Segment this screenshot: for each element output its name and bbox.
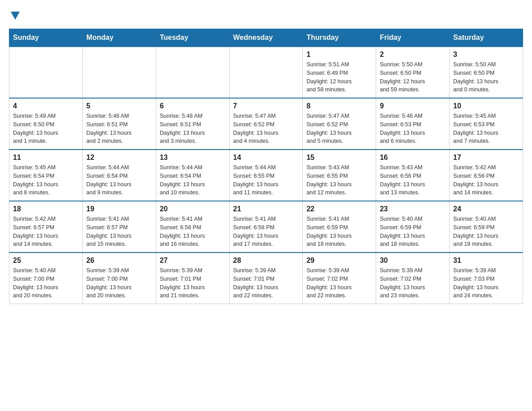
day-number: 4 bbox=[13, 102, 79, 110]
day-info: Sunrise: 5:50 AM Sunset: 6:50 PM Dayligh… bbox=[380, 60, 446, 94]
day-info: Sunrise: 5:42 AM Sunset: 6:56 PM Dayligh… bbox=[453, 163, 519, 197]
calendar-cell: 11Sunrise: 5:45 AM Sunset: 6:54 PM Dayli… bbox=[9, 150, 83, 201]
day-info: Sunrise: 5:40 AM Sunset: 7:00 PM Dayligh… bbox=[13, 266, 79, 300]
day-number: 1 bbox=[306, 51, 372, 59]
weekday-header-wednesday: Wednesday bbox=[229, 29, 303, 47]
day-number: 26 bbox=[86, 257, 152, 265]
day-number: 20 bbox=[160, 205, 226, 213]
day-info: Sunrise: 5:41 AM Sunset: 6:58 PM Dayligh… bbox=[160, 215, 226, 248]
day-number: 7 bbox=[233, 102, 299, 110]
calendar-cell: 8Sunrise: 5:47 AM Sunset: 6:52 PM Daylig… bbox=[303, 98, 376, 150]
calendar-cell: 15Sunrise: 5:43 AM Sunset: 6:55 PM Dayli… bbox=[303, 150, 376, 201]
day-info: Sunrise: 5:45 AM Sunset: 6:53 PM Dayligh… bbox=[453, 112, 519, 146]
day-number: 24 bbox=[453, 205, 519, 213]
calendar-cell: 28Sunrise: 5:39 AM Sunset: 7:01 PM Dayli… bbox=[229, 253, 303, 304]
day-number: 6 bbox=[160, 102, 226, 110]
calendar-cell: 12Sunrise: 5:44 AM Sunset: 6:54 PM Dayli… bbox=[82, 150, 156, 201]
weekday-header-sunday: Sunday bbox=[9, 29, 83, 47]
day-info: Sunrise: 5:49 AM Sunset: 6:50 PM Dayligh… bbox=[13, 112, 79, 146]
calendar-cell: 25Sunrise: 5:40 AM Sunset: 7:00 PM Dayli… bbox=[9, 253, 83, 304]
day-info: Sunrise: 5:42 AM Sunset: 6:57 PM Dayligh… bbox=[13, 215, 79, 248]
calendar-cell: 24Sunrise: 5:40 AM Sunset: 6:59 PM Dayli… bbox=[450, 201, 523, 253]
day-info: Sunrise: 5:47 AM Sunset: 6:52 PM Dayligh… bbox=[233, 112, 299, 146]
calendar-cell: 19Sunrise: 5:41 AM Sunset: 6:57 PM Dayli… bbox=[82, 201, 156, 253]
day-number: 8 bbox=[306, 102, 372, 110]
weekday-header-tuesday: Tuesday bbox=[156, 29, 229, 47]
calendar-cell: 5Sunrise: 5:48 AM Sunset: 6:51 PM Daylig… bbox=[82, 98, 156, 150]
week-row-5: 25Sunrise: 5:40 AM Sunset: 7:00 PM Dayli… bbox=[9, 253, 523, 304]
calendar-cell: 16Sunrise: 5:43 AM Sunset: 6:56 PM Dayli… bbox=[376, 150, 450, 201]
day-info: Sunrise: 5:45 AM Sunset: 6:54 PM Dayligh… bbox=[13, 163, 79, 197]
calendar-cell: 20Sunrise: 5:41 AM Sunset: 6:58 PM Dayli… bbox=[156, 201, 229, 253]
calendar-cell: 9Sunrise: 5:46 AM Sunset: 6:53 PM Daylig… bbox=[376, 98, 450, 150]
calendar-cell: 23Sunrise: 5:40 AM Sunset: 6:59 PM Dayli… bbox=[376, 201, 450, 253]
calendar-cell: 14Sunrise: 5:44 AM Sunset: 6:55 PM Dayli… bbox=[229, 150, 303, 201]
calendar-cell: 29Sunrise: 5:39 AM Sunset: 7:02 PM Dayli… bbox=[303, 253, 376, 304]
calendar-cell: 26Sunrise: 5:39 AM Sunset: 7:00 PM Dayli… bbox=[82, 253, 156, 304]
calendar-table: SundayMondayTuesdayWednesdayThursdayFrid… bbox=[9, 29, 523, 304]
day-info: Sunrise: 5:47 AM Sunset: 6:52 PM Dayligh… bbox=[306, 112, 372, 146]
day-info: Sunrise: 5:40 AM Sunset: 6:59 PM Dayligh… bbox=[453, 215, 519, 248]
calendar-cell bbox=[82, 47, 156, 98]
calendar-cell: 13Sunrise: 5:44 AM Sunset: 6:54 PM Dayli… bbox=[156, 150, 229, 201]
calendar-cell: 21Sunrise: 5:41 AM Sunset: 6:58 PM Dayli… bbox=[229, 201, 303, 253]
day-info: Sunrise: 5:41 AM Sunset: 6:58 PM Dayligh… bbox=[233, 215, 299, 248]
day-info: Sunrise: 5:44 AM Sunset: 6:54 PM Dayligh… bbox=[160, 163, 226, 197]
day-info: Sunrise: 5:40 AM Sunset: 6:59 PM Dayligh… bbox=[380, 215, 446, 248]
calendar-cell: 30Sunrise: 5:39 AM Sunset: 7:02 PM Dayli… bbox=[376, 253, 450, 304]
day-number: 3 bbox=[453, 51, 519, 59]
calendar-cell: 1Sunrise: 5:51 AM Sunset: 6:49 PM Daylig… bbox=[303, 47, 376, 98]
day-number: 14 bbox=[233, 154, 299, 162]
week-row-4: 18Sunrise: 5:42 AM Sunset: 6:57 PM Dayli… bbox=[9, 201, 523, 253]
day-number: 16 bbox=[380, 154, 446, 162]
weekday-header-saturday: Saturday bbox=[450, 29, 523, 47]
logo bbox=[9, 9, 20, 20]
page-header bbox=[9, 9, 523, 20]
day-number: 10 bbox=[453, 102, 519, 110]
day-info: Sunrise: 5:39 AM Sunset: 7:01 PM Dayligh… bbox=[233, 266, 299, 300]
day-number: 30 bbox=[380, 257, 446, 265]
day-number: 27 bbox=[160, 257, 226, 265]
weekday-header-thursday: Thursday bbox=[303, 29, 376, 47]
day-info: Sunrise: 5:39 AM Sunset: 7:03 PM Dayligh… bbox=[453, 266, 519, 300]
day-info: Sunrise: 5:43 AM Sunset: 6:55 PM Dayligh… bbox=[306, 163, 372, 197]
calendar-cell: 10Sunrise: 5:45 AM Sunset: 6:53 PM Dayli… bbox=[450, 98, 523, 150]
calendar-cell bbox=[229, 47, 303, 98]
day-info: Sunrise: 5:41 AM Sunset: 6:57 PM Dayligh… bbox=[86, 215, 152, 248]
calendar-cell bbox=[9, 47, 83, 98]
day-number: 25 bbox=[13, 257, 79, 265]
day-info: Sunrise: 5:44 AM Sunset: 6:55 PM Dayligh… bbox=[233, 163, 299, 197]
day-info: Sunrise: 5:46 AM Sunset: 6:53 PM Dayligh… bbox=[380, 112, 446, 146]
day-info: Sunrise: 5:48 AM Sunset: 6:51 PM Dayligh… bbox=[86, 112, 152, 146]
day-number: 22 bbox=[306, 205, 372, 213]
calendar-cell: 18Sunrise: 5:42 AM Sunset: 6:57 PM Dayli… bbox=[9, 201, 83, 253]
day-number: 9 bbox=[380, 102, 446, 110]
day-number: 31 bbox=[453, 257, 519, 265]
day-number: 23 bbox=[380, 205, 446, 213]
week-row-1: 1Sunrise: 5:51 AM Sunset: 6:49 PM Daylig… bbox=[9, 47, 523, 98]
day-info: Sunrise: 5:39 AM Sunset: 7:02 PM Dayligh… bbox=[306, 266, 372, 300]
day-number: 18 bbox=[13, 205, 79, 213]
calendar-cell: 6Sunrise: 5:48 AM Sunset: 6:51 PM Daylig… bbox=[156, 98, 229, 150]
day-info: Sunrise: 5:39 AM Sunset: 7:02 PM Dayligh… bbox=[380, 266, 446, 300]
day-number: 15 bbox=[306, 154, 372, 162]
calendar-cell: 17Sunrise: 5:42 AM Sunset: 6:56 PM Dayli… bbox=[450, 150, 523, 201]
calendar-cell: 31Sunrise: 5:39 AM Sunset: 7:03 PM Dayli… bbox=[450, 253, 523, 304]
day-number: 17 bbox=[453, 154, 519, 162]
calendar-cell: 22Sunrise: 5:41 AM Sunset: 6:59 PM Dayli… bbox=[303, 201, 376, 253]
calendar-cell: 4Sunrise: 5:49 AM Sunset: 6:50 PM Daylig… bbox=[9, 98, 83, 150]
day-info: Sunrise: 5:50 AM Sunset: 6:50 PM Dayligh… bbox=[453, 60, 519, 94]
day-info: Sunrise: 5:43 AM Sunset: 6:56 PM Dayligh… bbox=[380, 163, 446, 197]
day-number: 21 bbox=[233, 205, 299, 213]
calendar-cell: 2Sunrise: 5:50 AM Sunset: 6:50 PM Daylig… bbox=[376, 47, 450, 98]
day-info: Sunrise: 5:39 AM Sunset: 7:01 PM Dayligh… bbox=[160, 266, 226, 300]
day-info: Sunrise: 5:44 AM Sunset: 6:54 PM Dayligh… bbox=[86, 163, 152, 197]
calendar-header-row: SundayMondayTuesdayWednesdayThursdayFrid… bbox=[9, 29, 523, 47]
calendar-cell: 3Sunrise: 5:50 AM Sunset: 6:50 PM Daylig… bbox=[450, 47, 523, 98]
day-number: 13 bbox=[160, 154, 226, 162]
weekday-header-friday: Friday bbox=[376, 29, 450, 47]
day-number: 19 bbox=[86, 205, 152, 213]
calendar-cell: 7Sunrise: 5:47 AM Sunset: 6:52 PM Daylig… bbox=[229, 98, 303, 150]
calendar-cell bbox=[156, 47, 229, 98]
day-info: Sunrise: 5:39 AM Sunset: 7:00 PM Dayligh… bbox=[86, 266, 152, 300]
